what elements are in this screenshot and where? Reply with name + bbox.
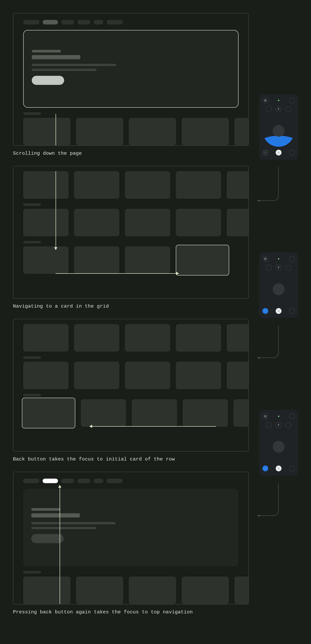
tab-pill[interactable] [94,20,103,24]
tv-frame-3 [13,319,249,452]
row-label-skeleton [23,394,41,396]
remote-button[interactable] [266,106,272,112]
hero-card-focused[interactable] [23,30,238,108]
content-card[interactable] [125,171,170,199]
content-card[interactable] [176,362,221,389]
tab-pill[interactable] [106,20,123,24]
content-card[interactable] [234,399,249,427]
content-card-focused[interactable] [176,245,229,276]
content-card-focused[interactable] [22,398,75,428]
content-card[interactable] [129,576,176,604]
remote-button[interactable] [289,98,295,103]
remote-button[interactable] [266,422,272,428]
remote-control-back: ⏻ 🎙 ← ⌂ [259,410,298,476]
remote-button[interactable] [286,265,291,270]
content-card[interactable] [74,324,120,352]
content-card[interactable] [125,209,170,236]
card-row [23,362,238,389]
tab-pill[interactable] [106,479,123,483]
dpad-center-button[interactable] [273,284,284,295]
remote-control-back: ⏻ 🎙 ← ⌂ [259,252,298,318]
back-button-pressed[interactable]: ← [262,308,268,314]
remote-button[interactable] [289,466,295,471]
home-button[interactable]: ⌂ [276,466,282,471]
content-card[interactable] [226,324,249,352]
tab-pill-active[interactable] [42,20,58,24]
power-button[interactable]: ⏻ [262,413,268,419]
row-label-skeleton [23,241,41,244]
content-card[interactable] [129,118,176,145]
content-card[interactable] [23,171,68,199]
content-card[interactable] [81,399,126,427]
tab-pill[interactable] [61,479,74,483]
content-card[interactable] [234,118,249,145]
tab-pill[interactable] [61,20,74,24]
led-indicator-icon [278,100,279,101]
home-button[interactable]: ⌂ [276,150,282,156]
hero-skeleton-line [31,522,116,524]
tab-pill-focused[interactable] [42,479,58,483]
card-row [23,576,238,604]
content-card[interactable] [23,246,68,274]
content-card[interactable] [74,171,120,199]
content-card[interactable] [23,118,70,145]
content-card[interactable] [132,399,177,427]
back-button-pressed[interactable]: ← [262,466,268,471]
content-card[interactable] [182,576,229,604]
remote-button[interactable] [266,265,272,270]
content-card[interactable] [76,576,123,604]
remote-button[interactable] [286,106,291,112]
dpad-center-button[interactable] [273,125,284,137]
home-button[interactable]: ⌂ [276,308,282,314]
remote-button[interactable] [289,150,295,156]
tab-pill[interactable] [78,20,90,24]
dpad[interactable] [263,115,294,147]
content-card[interactable] [23,324,68,352]
flow-connector-icon [258,167,278,201]
content-card[interactable] [76,118,123,145]
content-card[interactable] [176,171,221,199]
content-card[interactable] [125,246,170,274]
content-card[interactable] [74,246,120,274]
content-card[interactable] [234,576,249,604]
mic-button[interactable]: 🎙 [276,422,282,428]
content-card[interactable] [226,362,249,389]
content-card[interactable] [23,576,70,604]
hero-card[interactable] [23,489,238,566]
tab-pill[interactable] [94,479,103,483]
tab-pill[interactable] [23,479,39,483]
dpad-center-button[interactable] [273,441,284,452]
content-card[interactable] [74,362,120,389]
tab-pill[interactable] [23,20,39,24]
content-card[interactable] [74,209,120,236]
power-button[interactable]: ⏻ [262,98,268,103]
content-card[interactable] [125,324,170,352]
back-icon: ← [264,310,266,312]
power-icon: ⏻ [264,99,266,102]
remote-button[interactable] [286,422,291,428]
remote-button[interactable] [289,308,295,314]
tv-frame-4 [13,472,249,604]
hero-skeleton-line [32,69,96,71]
hero-cta-button[interactable] [32,76,64,85]
tab-pill[interactable] [78,479,90,483]
content-card[interactable] [182,118,229,145]
content-card[interactable] [176,209,221,236]
tabs-row [23,20,238,24]
content-card[interactable] [23,209,68,236]
mic-button[interactable]: 🎙 [276,106,282,112]
content-card[interactable] [125,362,170,389]
power-button[interactable]: ⏻ [262,256,268,262]
content-card[interactable] [182,399,228,427]
back-button[interactable]: ← [262,150,268,156]
content-card[interactable] [23,362,68,389]
content-card[interactable] [176,324,221,352]
remote-button[interactable] [289,413,295,419]
dpad[interactable] [263,274,294,305]
mic-button[interactable]: 🎙 [276,265,282,270]
remote-button[interactable] [289,256,295,262]
content-card[interactable] [226,209,249,236]
content-card[interactable] [226,171,249,199]
dpad[interactable] [263,431,294,462]
hero-cta-button[interactable] [31,534,64,543]
